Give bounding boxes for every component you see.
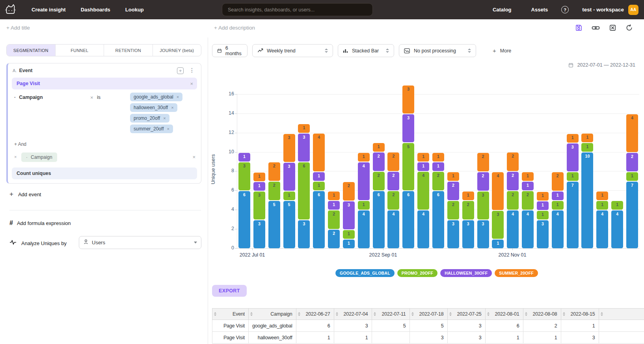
bar-segment-halloween-30off[interactable]: 2: [507, 172, 519, 190]
sort-icon[interactable]: [411, 312, 414, 316]
bar-segment-promo-20off[interactable]: 1: [567, 172, 579, 181]
more-button[interactable]: + More: [493, 47, 511, 54]
bar-segment-promo-20off[interactable]: 4: [417, 172, 429, 210]
bar-segment-promo-20off[interactable]: 3: [253, 192, 265, 219]
tab-funnel[interactable]: FUNNEL: [56, 45, 104, 56]
bar-segment-summer-20off[interactable]: 3: [283, 134, 295, 162]
save-icon[interactable]: [575, 24, 583, 32]
sort-icon[interactable]: [449, 312, 452, 316]
bar-segment-summer-20off[interactable]: 1: [447, 172, 459, 181]
bar-segment-google-ads-global[interactable]: 3: [537, 220, 549, 248]
bar-segment-promo-20off[interactable]: 2: [432, 172, 444, 190]
add-title-field[interactable]: + Add title: [6, 25, 30, 31]
avatar[interactable]: AA: [628, 5, 638, 15]
add-description-field[interactable]: + Add description: [214, 25, 255, 31]
post-processing-select[interactable]: No post processing: [399, 44, 476, 57]
bar-segment-promo-20off[interactable]: 1: [343, 230, 355, 239]
bar-segment-halloween-30off[interactable]: 2: [626, 153, 638, 171]
help-icon[interactable]: ?: [561, 6, 569, 13]
export-button[interactable]: EXPORT: [212, 285, 247, 297]
pending-filter-property[interactable]: ·Campaign: [21, 152, 57, 162]
sort-icon[interactable]: [374, 312, 376, 316]
selected-event-name[interactable]: Page Visit: [17, 81, 190, 86]
bar-segment-google-ads-global[interactable]: 4: [507, 210, 519, 248]
nav-link-catalog[interactable]: Catalog: [493, 7, 512, 13]
bar-segment-halloween-30off[interactable]: 4: [358, 162, 370, 200]
bar-segment-summer-20off[interactable]: 1: [537, 192, 549, 201]
remove-value-icon[interactable]: ×: [167, 126, 169, 131]
sort-icon[interactable]: [298, 312, 300, 316]
bar-segment-promo-20off[interactable]: 1: [596, 201, 608, 210]
bar-segment-promo-20off[interactable]: 3: [492, 211, 504, 239]
bar-segment-google-ads-global[interactable]: 3: [253, 220, 265, 248]
bar-segment-promo-20off[interactable]: 6: [298, 162, 310, 219]
bar-segment-halloween-30off[interactable]: 3: [298, 134, 310, 162]
refresh-icon[interactable]: [625, 24, 633, 32]
legend-halloween-30off[interactable]: HALLOWEEN_30OFF: [440, 269, 492, 277]
bar-segment-halloween-30off[interactable]: 3: [283, 163, 295, 191]
tab-segmentation[interactable]: SEGMENTATION: [7, 45, 56, 56]
bar-segment-summer-20off[interactable]: 4: [313, 134, 325, 171]
sort-icon[interactable]: [250, 312, 253, 316]
bar-segment-google-ads-global[interactable]: 4: [522, 210, 534, 248]
add-and-condition[interactable]: + And: [14, 141, 201, 147]
bar-segment-summer-20off[interactable]: 1: [358, 153, 370, 162]
sort-icon[interactable]: [336, 312, 338, 316]
workspace-name[interactable]: test - workspace: [582, 7, 624, 13]
legend-google-ads-global[interactable]: GOOGLE_ADS_GLOBAL: [335, 269, 395, 277]
bar-segment-summer-20off[interactable]: 1: [522, 172, 534, 181]
filter-value-halloween-30off[interactable]: halloween_30off×: [130, 103, 177, 112]
bar-segment-promo-20off[interactable]: 2: [447, 201, 459, 219]
bar-segment-promo-20off[interactable]: 3: [477, 192, 489, 219]
sort-icon[interactable]: [487, 312, 490, 316]
bar-segment-promo-20off[interactable]: 5: [402, 143, 414, 190]
bar-segment-halloween-30off[interactable]: 1: [552, 192, 564, 200]
filter-operator[interactable]: is: [97, 95, 101, 100]
bar-segment-promo-20off[interactable]: 2: [522, 191, 534, 210]
trend-select[interactable]: Weekly trend: [252, 44, 333, 57]
remove-value-icon[interactable]: ×: [163, 116, 166, 121]
bar-segment-promo-20off[interactable]: 1: [537, 211, 549, 219]
tab-journey-beta[interactable]: JOURNEY (beta): [153, 45, 201, 56]
tab-retention[interactable]: RETENTION: [104, 45, 153, 56]
add-formula-button[interactable]: # Add formula expression: [9, 219, 71, 227]
bar-segment-summer-20off[interactable]: 2: [387, 152, 399, 171]
bar-segment-promo-20off[interactable]: 1: [626, 172, 638, 181]
bar-segment-summer-20off[interactable]: 2: [268, 162, 280, 181]
bar-segment-promo-20off[interactable]: 1: [581, 143, 593, 152]
bar-segment-halloween-30off[interactable]: 2: [373, 152, 385, 171]
table-row[interactable]: Page Visithalloween_30off1133113: [212, 332, 644, 344]
filter-value-summer-20off[interactable]: summer_20off×: [130, 125, 173, 133]
bar-segment-halloween-30off[interactable]: 3: [343, 201, 355, 229]
bar-segment-google-ads-global[interactable]: 4: [387, 210, 399, 248]
add-event-button[interactable]: + Add event: [9, 190, 41, 198]
bar-segment-google-ads-global[interactable]: 4: [611, 210, 623, 248]
bar-segment-google-ads-global[interactable]: 4: [358, 210, 370, 248]
bar-segment-promo-20off[interactable]: 1: [552, 201, 564, 210]
bar-segment-google-ads-global[interactable]: 4: [596, 210, 608, 248]
bar-segment-halloween-30off[interactable]: 2: [477, 172, 489, 191]
remove-pending-row-icon[interactable]: ×: [192, 154, 195, 160]
bar-segment-summer-20off[interactable]: 1: [373, 143, 385, 152]
chart-type-select[interactable]: Stacked Bar: [338, 44, 394, 57]
bar-segment-google-ads-global[interactable]: 6: [373, 191, 385, 248]
bar-segment-summer-20off[interactable]: 1: [462, 192, 474, 200]
bar-segment-promo-20off[interactable]: 3: [238, 162, 250, 190]
bar-segment-summer-20off[interactable]: 2: [552, 172, 564, 191]
bar-segment-summer-20off[interactable]: 1: [596, 192, 608, 200]
close-square-icon[interactable]: [609, 24, 616, 32]
bar-segment-halloween-30off[interactable]: 3: [402, 114, 414, 142]
bar-segment-summer-20off[interactable]: 1: [253, 173, 265, 181]
bar-segment-summer-20off[interactable]: 1: [567, 134, 579, 143]
bar-segment-summer-20off[interactable]: 4: [626, 114, 638, 152]
bar-segment-google-ads-global[interactable]: 5: [268, 201, 280, 248]
sort-icon[interactable]: [601, 312, 603, 316]
bar-segment-google-ads-global[interactable]: 4: [417, 210, 429, 248]
add-filter-icon[interactable]: +: [177, 67, 184, 74]
bar-segment-halloween-30off[interactable]: 1: [522, 182, 534, 190]
bar-segment-summer-20off[interactable]: 2: [343, 182, 355, 201]
app-logo-cat-icon[interactable]: [4, 2, 17, 17]
bar-segment-halloween-30off[interactable]: 1: [253, 182, 265, 191]
bar-segment-promo-20off[interactable]: 2: [373, 172, 385, 190]
bar-segment-promo-20off[interactable]: 1: [313, 182, 325, 190]
